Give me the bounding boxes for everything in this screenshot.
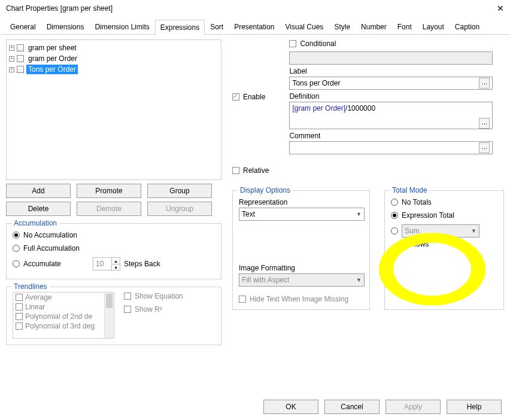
show-equation-label: Show Equation xyxy=(135,292,183,300)
tab-expressions[interactable]: Expressions xyxy=(155,20,205,35)
checkbox[interactable] xyxy=(16,303,23,311)
checkbox[interactable] xyxy=(16,294,23,301)
hide-text-label: Hide Text When Image Missing xyxy=(250,295,348,303)
tab-bar: General Dimensions Dimension Limits Expr… xyxy=(0,19,510,35)
list-item: Polynomial of 2nd de xyxy=(25,312,92,321)
checkbox-show-equation[interactable] xyxy=(124,293,131,300)
checkbox-relative[interactable] xyxy=(232,167,239,174)
grid-icon xyxy=(17,44,24,51)
tab-dimensions[interactable]: Dimensions xyxy=(41,19,90,34)
trendlines-legend: Trendlines xyxy=(11,282,50,291)
sum-select: Sum▼ xyxy=(402,224,479,238)
cancel-button[interactable]: Cancel xyxy=(324,400,380,414)
tab-caption[interactable]: Caption xyxy=(450,19,485,34)
radio-label: Full Accumulation xyxy=(23,244,80,252)
group-button[interactable]: Group xyxy=(147,184,212,198)
accumulation-legend: Accumulation xyxy=(11,219,59,227)
grid-icon xyxy=(17,66,24,73)
expand-icon[interactable]: + xyxy=(9,67,14,72)
list-item: Polynomial of 3rd deg xyxy=(25,322,95,330)
radio-label: No Totals xyxy=(402,198,432,206)
label-input[interactable]: Tons per Order… xyxy=(289,77,493,90)
tab-layout[interactable]: Layout xyxy=(417,19,450,34)
accumulation-group: Accumulation No Accumulation Full Accumu… xyxy=(6,223,221,279)
delete-button[interactable]: Delete xyxy=(6,202,71,216)
tab-general[interactable]: General xyxy=(5,19,41,34)
label-value: Tons per Order xyxy=(292,79,340,87)
trendlines-list[interactable]: Average Linear Polynomial of 2nd de Poly… xyxy=(13,292,114,339)
demote-button: Demote xyxy=(77,202,141,216)
definition-suffix: /1000000 xyxy=(345,104,375,112)
representation-value: Text xyxy=(242,210,255,218)
checkbox-conditional[interactable] xyxy=(289,40,296,47)
total-mode-legend: Total Mode xyxy=(390,186,430,194)
ellipsis-icon[interactable]: … xyxy=(479,142,490,153)
tree-row[interactable]: + gram per Order xyxy=(9,53,218,64)
radio-no-totals[interactable] xyxy=(391,199,398,206)
checkbox[interactable] xyxy=(16,322,23,330)
tree-row[interactable]: + Tons per Order xyxy=(9,64,218,75)
tree-label-selected: Tons per Order xyxy=(26,65,78,74)
scrollbar[interactable] xyxy=(104,293,114,338)
promote-button[interactable]: Promote xyxy=(77,184,141,198)
apply-button: Apply xyxy=(385,400,441,414)
steps-back-label: Steps Back xyxy=(124,260,160,268)
expression-tree[interactable]: + gram per sheet + gram per Order + Tons… xyxy=(6,39,221,180)
display-options-legend: Display Options xyxy=(238,186,293,194)
tab-number[interactable]: Number xyxy=(356,19,392,34)
ungroup-button: Ungroup xyxy=(147,202,212,216)
add-button[interactable]: Add xyxy=(6,184,71,198)
radio-no-accumulation[interactable] xyxy=(13,232,20,239)
comment-input[interactable]: … xyxy=(289,141,493,154)
tree-label: gram per sheet xyxy=(26,43,78,53)
radio-expression-total[interactable] xyxy=(391,212,398,219)
conditional-label: Conditional xyxy=(300,39,336,48)
tab-font[interactable]: Font xyxy=(392,19,417,34)
scrollbar-thumb[interactable] xyxy=(106,294,113,308)
total-mode-group: Total Mode No Totals Expression Total Su… xyxy=(384,190,504,310)
list-item: Average xyxy=(25,293,51,302)
ellipsis-icon[interactable]: … xyxy=(479,118,490,129)
sum-value: Sum xyxy=(405,227,420,235)
trendlines-group: Trendlines Average Linear Polynomial of … xyxy=(6,287,221,345)
tab-style[interactable]: Style xyxy=(329,19,356,34)
radio-label: Accumulate xyxy=(23,260,89,268)
radio-full-accumulation[interactable] xyxy=(13,245,20,252)
enable-label: Enable xyxy=(243,93,265,101)
image-formatting-label: Image Formatting xyxy=(239,264,363,272)
radio-accumulate[interactable] xyxy=(13,260,20,267)
checkbox-show-r2[interactable] xyxy=(124,306,131,313)
definition-input[interactable]: [gram per Order]/1000000 … xyxy=(289,102,493,129)
radio-sum-of-rows[interactable] xyxy=(391,227,398,235)
steps-stepper[interactable]: ▲▼ xyxy=(93,257,120,270)
tab-sort[interactable]: Sort xyxy=(205,19,229,34)
close-icon[interactable]: ✕ xyxy=(497,4,504,13)
chevron-down-icon: ▼ xyxy=(356,277,362,283)
of-rows-label: of Rows xyxy=(391,240,497,248)
ellipsis-icon[interactable]: … xyxy=(479,78,490,89)
image-formatting-select: Fill with Aspect▼ xyxy=(239,273,365,287)
tree-label: gram per Order xyxy=(26,54,79,63)
help-button[interactable]: Help xyxy=(447,400,502,414)
expand-icon[interactable]: + xyxy=(9,56,14,62)
steps-input[interactable] xyxy=(93,258,111,270)
step-down-icon[interactable]: ▼ xyxy=(111,264,120,271)
expand-icon[interactable]: + xyxy=(9,45,14,51)
ok-button[interactable]: OK xyxy=(263,400,318,414)
checkbox-enable[interactable] xyxy=(232,93,239,101)
chevron-down-icon: ▼ xyxy=(356,211,362,217)
tab-visual-cues[interactable]: Visual Cues xyxy=(280,19,329,34)
representation-select[interactable]: Text▼ xyxy=(239,208,365,221)
representation-label: Representation xyxy=(239,198,363,206)
conditional-input xyxy=(289,51,493,65)
step-up-icon[interactable]: ▲ xyxy=(111,258,120,264)
tree-row[interactable]: + gram per sheet xyxy=(9,42,218,53)
tab-presentation[interactable]: Presentation xyxy=(229,19,280,34)
label-label: Label xyxy=(289,67,504,75)
image-formatting-value: Fill with Aspect xyxy=(242,276,289,284)
chevron-down-icon: ▼ xyxy=(471,228,476,234)
checkbox[interactable] xyxy=(16,313,23,320)
tab-dimension-limits[interactable]: Dimension Limits xyxy=(89,19,154,34)
definition-prefix: [gram per Order] xyxy=(292,104,345,112)
comment-label: Comment xyxy=(289,132,504,140)
